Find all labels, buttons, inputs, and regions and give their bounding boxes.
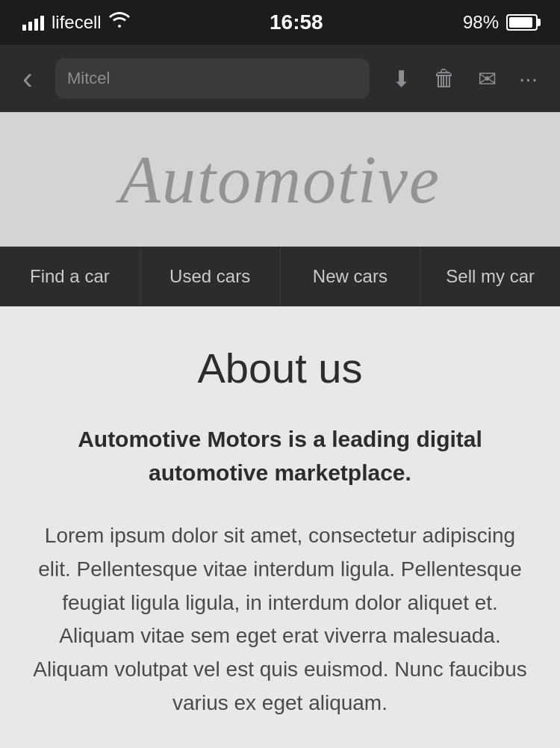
nav-item-sell-my-car[interactable]: Sell my car: [420, 247, 560, 306]
nav-label-used-cars: Used cars: [169, 266, 250, 287]
delete-icon[interactable]: 🗑: [433, 66, 455, 91]
battery-percent: 98%: [463, 12, 499, 33]
battery-icon: [506, 14, 538, 31]
nav-bar: Find a car Used cars New cars Sell my ca…: [0, 247, 560, 306]
more-icon[interactable]: ···: [519, 66, 538, 91]
back-button[interactable]: ‹: [22, 63, 33, 94]
site-logo: Automotive: [119, 141, 441, 218]
browser-bar: ‹ Mitcel ⬇ 🗑 ✉ ···: [0, 45, 560, 112]
nav-item-used-cars[interactable]: Used cars: [140, 247, 281, 306]
about-title: About us: [30, 344, 530, 392]
carrier-label: lifecell: [52, 12, 102, 33]
wifi-icon: [109, 12, 130, 33]
nav-item-find-a-car[interactable]: Find a car: [0, 247, 140, 306]
nav-label-sell-my-car: Sell my car: [446, 266, 535, 287]
site-header: Automotive: [0, 112, 560, 247]
status-bar: lifecell 16:58 98%: [0, 0, 560, 45]
nav-label-find-a-car: Find a car: [30, 266, 110, 287]
about-body: Lorem ipsum dolor sit amet, consectetur …: [30, 519, 530, 720]
status-right: 98%: [463, 12, 538, 33]
nav-label-new-cars: New cars: [313, 266, 388, 287]
url-bar[interactable]: Mitcel: [55, 58, 370, 99]
mail-icon[interactable]: ✉: [478, 66, 497, 92]
about-lead: Automotive Motors is a leading digital a…: [30, 422, 530, 489]
battery-fill: [509, 17, 532, 28]
download-icon[interactable]: ⬇: [392, 66, 411, 92]
nav-item-new-cars[interactable]: New cars: [281, 247, 421, 306]
time-display: 16:58: [270, 10, 323, 34]
signal-bars-icon: [22, 14, 44, 31]
main-content: About us Automotive Motors is a leading …: [0, 306, 560, 748]
url-text: Mitcel: [67, 69, 110, 88]
status-left: lifecell: [22, 12, 130, 33]
browser-actions: ⬇ 🗑 ✉ ···: [392, 66, 538, 92]
